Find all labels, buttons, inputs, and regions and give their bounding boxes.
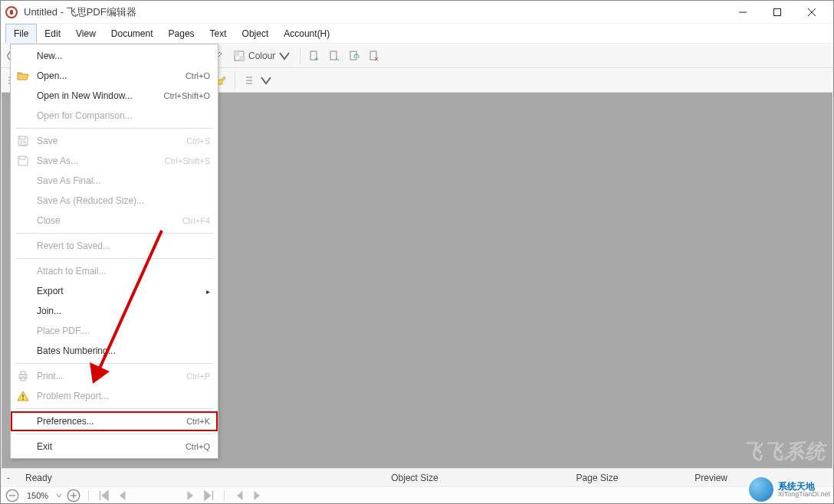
- menu-separator: [15, 128, 213, 129]
- menu-bates[interactable]: Bates Numbering...: [11, 341, 218, 361]
- menu-separator: [15, 233, 213, 234]
- submenu-arrow-icon: ▸: [206, 287, 210, 296]
- print-icon: [17, 370, 29, 382]
- menu-separator: [15, 408, 213, 409]
- menu-new[interactable]: New...: [11, 46, 218, 66]
- page-extract-icon[interactable]: [325, 47, 343, 65]
- status-ready: Ready: [25, 473, 52, 483]
- status-divider: -: [7, 473, 10, 483]
- page-delete-icon[interactable]: [365, 47, 383, 65]
- menu-preferences[interactable]: Preferences...Ctrl+K: [11, 411, 218, 431]
- menu-revert: Revert to Saved...: [11, 236, 218, 256]
- menu-problem-report: Problem Report...: [11, 386, 218, 406]
- close-button[interactable]: [794, 1, 829, 24]
- zoom-in-button[interactable]: [67, 489, 80, 502]
- menu-view[interactable]: View: [68, 24, 103, 43]
- watermark-brand: 系统天地: [778, 482, 830, 491]
- status-object-size: Object Size: [391, 473, 438, 483]
- bottombar: 150%: [1, 486, 833, 503]
- next-page-button[interactable]: [184, 489, 198, 502]
- menu-save-final: Save As Final...: [11, 171, 218, 191]
- menu-open-new-window[interactable]: Open in New Window...Ctrl+Shift+O: [11, 86, 218, 106]
- prev-page-button[interactable]: [115, 489, 129, 502]
- svg-rect-14: [310, 51, 317, 60]
- menu-edit[interactable]: Edit: [37, 24, 68, 43]
- menu-separator: [15, 258, 213, 259]
- menu-separator: [15, 363, 213, 364]
- window-title: Untitled - 飞思PDF编辑器: [24, 5, 725, 19]
- menu-open-comparison: Open for Comparison...: [11, 106, 218, 126]
- svg-rect-44: [21, 371, 25, 375]
- menu-close: CloseCtrl+F4: [11, 211, 218, 231]
- globe-icon: [747, 476, 775, 503]
- menu-account[interactable]: Account(H): [276, 24, 337, 43]
- status-preview: Preview: [694, 473, 727, 483]
- separator: [224, 490, 225, 501]
- minimize-button[interactable]: [725, 1, 760, 24]
- page-rotate-icon[interactable]: [345, 47, 363, 65]
- zoom-out-button[interactable]: [5, 489, 19, 502]
- save-icon: [17, 135, 29, 147]
- menu-attach-email: Attach to Email...: [11, 261, 218, 281]
- menu-pages[interactable]: Pages: [161, 24, 202, 43]
- titlebar: Untitled - 飞思PDF编辑器: [1, 1, 833, 24]
- warning-icon: [17, 390, 29, 402]
- svg-rect-12: [235, 51, 239, 56]
- menu-file[interactable]: File: [5, 24, 37, 43]
- watermark-url: XiTongTianDi.net: [778, 491, 830, 498]
- chevron-down-icon[interactable]: [56, 493, 62, 499]
- menu-text[interactable]: Text: [202, 24, 235, 43]
- page-insert-icon[interactable]: [305, 47, 323, 65]
- file-menu-dropdown: New... Open...Ctrl+O Open in New Window.…: [10, 44, 218, 459]
- status-page-size: Page Size: [576, 473, 619, 483]
- watermark-logo: 系统天地 XiTongTianDi.net: [747, 476, 830, 503]
- line-spacing-icon[interactable]: [240, 71, 277, 90]
- colour-label: Colour: [248, 51, 275, 61]
- watermark-faint: 飞飞系统: [743, 438, 826, 465]
- colour-picker[interactable]: Colour: [228, 47, 295, 65]
- svg-rect-13: [239, 56, 244, 61]
- nav-back-button[interactable]: [232, 489, 246, 502]
- menu-object[interactable]: Object: [235, 24, 277, 43]
- nav-forward-button[interactable]: [251, 489, 264, 502]
- menu-save-as: Save As...Ctrl+Shift+S: [11, 151, 218, 171]
- menu-print: Print...Ctrl+P: [11, 366, 218, 386]
- menu-join[interactable]: Join...: [11, 301, 218, 321]
- maximize-button[interactable]: [760, 1, 794, 24]
- menu-document[interactable]: Document: [103, 24, 161, 43]
- separator: [88, 490, 89, 501]
- svg-point-47: [22, 398, 24, 400]
- zoom-level[interactable]: 150%: [27, 491, 48, 500]
- menu-save: SaveCtrl+S: [11, 131, 218, 151]
- folder-open-icon: [17, 70, 29, 82]
- menu-separator: [15, 434, 213, 434]
- menu-place-pdf: Place PDF....: [11, 321, 218, 341]
- svg-rect-16: [350, 51, 356, 60]
- menu-save-reduced: Save As (Reduced Size)...: [11, 191, 218, 211]
- menu-export[interactable]: Export▸: [11, 281, 218, 301]
- app-logo-icon: [5, 6, 18, 18]
- statusbar: - Ready Object Size Page Size Preview: [1, 468, 833, 486]
- separator: [300, 47, 300, 64]
- separator: [235, 72, 235, 89]
- menu-exit[interactable]: ExitCtrl+Q: [11, 437, 218, 457]
- menu-open[interactable]: Open...Ctrl+O: [11, 66, 218, 86]
- menubar: File Edit View Document Pages Text Objec…: [1, 24, 833, 44]
- save-as-icon: [17, 155, 29, 167]
- window-controls: [725, 1, 829, 24]
- first-page-button[interactable]: [97, 489, 110, 502]
- last-page-button[interactable]: [202, 489, 216, 502]
- svg-rect-1: [773, 8, 780, 15]
